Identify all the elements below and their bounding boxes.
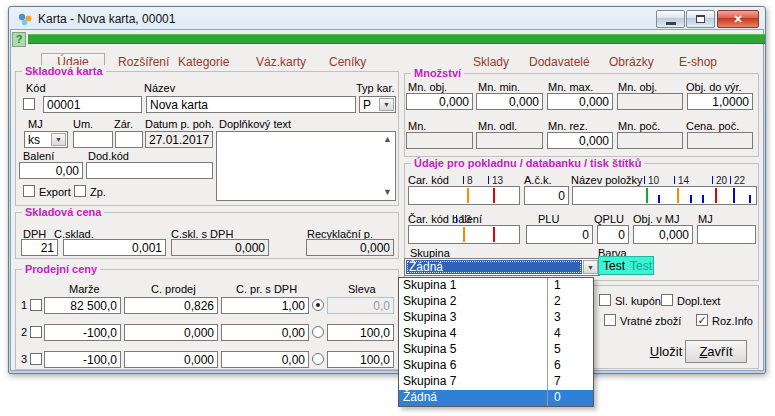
maximize-button[interactable] [686, 10, 715, 28]
price-row-checkbox[interactable] [30, 353, 42, 365]
cprdph-field[interactable]: 0,00 [221, 351, 309, 368]
qplu-field[interactable]: 0 [597, 225, 629, 244]
dropdown-item[interactable]: Skupina 5 5 [399, 342, 593, 358]
dropdown-item[interactable]: Skupina 1 1 [399, 278, 593, 294]
sleva-field[interactable]: 0,0 [327, 297, 394, 314]
dopltext-checkbox[interactable] [661, 294, 673, 306]
mj2-field[interactable] [697, 225, 756, 244]
typ-kar-select[interactable]: P ▼ [359, 96, 396, 113]
sl-kupon-checkbox[interactable] [599, 294, 611, 306]
marze-field[interactable]: -100,0 [44, 351, 121, 368]
sleva-header: Sleva [348, 283, 376, 295]
cskldph-field[interactable]: 0,000 [171, 239, 269, 256]
mn-max-field[interactable]: 0,000 [547, 93, 613, 110]
obj-do-vyr-field[interactable]: 1,0000 [687, 93, 753, 110]
dropdown-item[interactable]: Skupina 3 3 [399, 310, 593, 326]
dropdown-item-number: 6 [547, 358, 593, 374]
csklad-field[interactable]: 0,001 [63, 239, 166, 256]
cprodej-field[interactable]: 0,000 [124, 324, 218, 341]
nazev-field[interactable]: Nova karta [146, 96, 356, 113]
mn-odl-field[interactable] [476, 132, 543, 149]
tab-obrazky[interactable]: Obrázky [609, 55, 654, 69]
price-row-checkbox[interactable] [30, 299, 42, 311]
chevron-down-icon[interactable]: ▼ [379, 98, 394, 111]
price-row-radio[interactable] [312, 353, 324, 365]
um-field[interactable] [73, 131, 113, 148]
dropdown-item[interactable]: Skupina 4 4 [399, 326, 593, 342]
plu-field[interactable]: 0 [526, 225, 593, 244]
dropdown-item[interactable]: Skupina 2 2 [399, 294, 593, 310]
dropdown-item-selected[interactable]: Žádná 0 [399, 390, 593, 406]
sleva-field[interactable]: 100,0 [327, 324, 394, 341]
cprdph-field[interactable]: 0,00 [221, 324, 309, 341]
tab-sklady[interactable]: Sklady [473, 55, 509, 69]
price-row-radio[interactable] [312, 326, 324, 338]
carkod-field[interactable] [408, 186, 520, 205]
mn-min-field[interactable]: 0,000 [476, 93, 543, 110]
price-row-radio[interactable] [312, 299, 324, 311]
marze-field[interactable]: -100,0 [44, 324, 121, 341]
sleva-field[interactable]: 100,0 [327, 351, 394, 368]
title-bar[interactable]: Karta - Nova karta, 00001 ✕ [9, 7, 765, 30]
chevron-down-icon[interactable]: ▼ [583, 260, 598, 274]
mn-label: Mn. [408, 120, 426, 132]
skupina-select[interactable]: Žádná ▼ [404, 258, 600, 276]
plu-label: PLU [538, 213, 559, 225]
doplnkovy-text-area[interactable]: ▲ ▼ [216, 131, 396, 201]
mn-field[interactable] [406, 132, 473, 149]
mn-rez-field[interactable]: 0,000 [547, 132, 613, 149]
cprdph-header: C. pr. s DPH [236, 283, 297, 295]
typ-kar-value: P [363, 98, 371, 112]
tab-rozsireni[interactable]: Rozšíření [118, 55, 169, 69]
export-checkbox[interactable] [23, 185, 35, 197]
dropdown-item-number: 4 [547, 326, 593, 342]
tab-kategorie[interactable]: Kategorie [178, 55, 229, 69]
chevron-down-icon[interactable]: ▼ [51, 133, 66, 146]
nazev-polozky-field[interactable] [572, 186, 757, 205]
cprdph-field[interactable]: 1,00 [221, 297, 309, 314]
dopltext-label: Dopl.text [677, 295, 720, 307]
dropdown-item[interactable]: Skupina 6 6 [399, 358, 593, 374]
dropdown-item[interactable]: Skupina 7 7 [399, 374, 593, 390]
cprodej-field[interactable]: 0,000 [124, 351, 218, 368]
recykl-field[interactable]: 0,000 [306, 239, 394, 256]
cena-poc-field[interactable] [687, 132, 753, 149]
mn-obj-field[interactable]: 0,000 [406, 93, 473, 110]
zavrit-button[interactable]: Zavřít [685, 340, 747, 363]
barcode-marker [674, 176, 675, 184]
tab-eshop[interactable]: E-shop [679, 55, 717, 69]
zp-checkbox[interactable] [74, 185, 86, 197]
ack-field[interactable]: 0 [524, 186, 569, 205]
mn-poc-field[interactable] [617, 132, 683, 149]
close-button[interactable]: ✕ [717, 10, 759, 28]
tab-dodavatele[interactable]: Dodavatelé [529, 55, 590, 69]
zar-field[interactable] [115, 131, 143, 148]
cprodej-field[interactable]: 0,826 [124, 297, 218, 314]
vratne-zbozi-checkbox[interactable] [604, 314, 616, 326]
mn-obj2-field[interactable] [617, 93, 683, 110]
barcode-marker [644, 176, 645, 184]
price-row-checkbox[interactable] [30, 326, 42, 338]
datum-field[interactable]: 27.01.2017 [145, 131, 213, 148]
tab-ceniky[interactable]: Ceníky [329, 55, 366, 69]
mj-select[interactable]: ks ▼ [24, 131, 68, 148]
tab-vazkarty[interactable]: Váz.karty [256, 55, 306, 69]
dph-field[interactable]: 21 [21, 239, 58, 256]
baleni-label: Balení [23, 150, 54, 162]
dodkod-field[interactable] [86, 162, 213, 179]
rozinfo-checkbox[interactable]: ✓ [696, 314, 708, 326]
baleni-field[interactable]: 0,00 [19, 162, 83, 179]
help-button[interactable]: ? [12, 32, 26, 47]
marze-field[interactable]: 82 500,0 [44, 297, 121, 314]
doplnkovy-text-label: Doplňkový text [219, 118, 291, 130]
carkod-baleni-field[interactable] [408, 225, 520, 244]
obj-v-mj-field[interactable]: 0,000 [633, 225, 693, 244]
barva-test-button[interactable]: Test Test [598, 256, 654, 275]
scroll-up-icon[interactable]: ▲ [383, 135, 392, 144]
mn-obj-label: Mn. obj. [408, 81, 447, 93]
cprodej-header: C. prodej [151, 283, 196, 295]
scroll-down-icon[interactable]: ▼ [383, 188, 392, 197]
kod-field[interactable]: 00001 [43, 96, 142, 113]
minimize-button[interactable] [656, 10, 685, 28]
kod-checkbox[interactable] [23, 98, 35, 110]
